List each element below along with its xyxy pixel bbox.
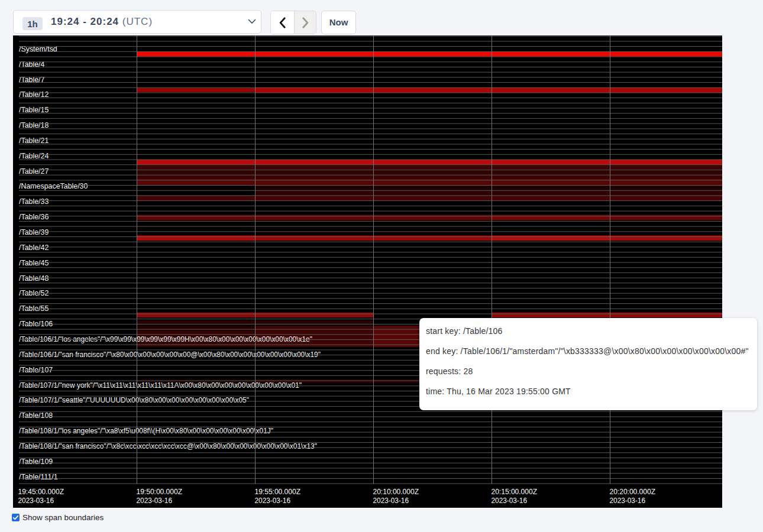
svg-text:/Table/109: /Table/109 (19, 458, 53, 466)
svg-text:/NamespaceTable/30: /NamespaceTable/30 (19, 182, 88, 190)
svg-text:/Table/107: /Table/107 (19, 366, 53, 374)
svg-text:/Table/108/1/"san francisco"/": /Table/108/1/"san francisco"/"\x8c\xcc\x… (19, 442, 317, 450)
svg-text:19:55:00.000Z: 19:55:00.000Z (255, 487, 301, 496)
svg-text:/Table/18: /Table/18 (19, 121, 49, 129)
svg-text:/Table/107/1/"seattle"/"UUUUUU: /Table/107/1/"seattle"/"UUUUUUD\x00\x80\… (19, 396, 249, 404)
svg-text:20:10:00.000Z: 20:10:00.000Z (373, 487, 419, 496)
svg-text:2023-03-16: 2023-03-16 (255, 496, 291, 505)
svg-text:20:20:00.000Z: 20:20:00.000Z (610, 487, 656, 496)
svg-text:/Table/45: /Table/45 (19, 259, 49, 267)
svg-text:/Table/108/1/"los angeles"/"\x: /Table/108/1/"los angeles"/"\xa8\xf5\u00… (19, 427, 273, 435)
svg-text:/Table/42: /Table/42 (19, 244, 49, 252)
svg-text:19:45:00.000Z: 19:45:00.000Z (18, 487, 64, 496)
svg-text:/Table/24: /Table/24 (19, 152, 49, 160)
svg-text:/Table/27: /Table/27 (19, 167, 49, 176)
svg-text:2023-03-16: 2023-03-16 (492, 496, 528, 505)
svg-text:/Table/111/1: /Table/111/1 (19, 473, 58, 481)
svg-text:2023-03-16: 2023-03-16 (18, 496, 54, 505)
svg-text:/Table/21: /Table/21 (19, 137, 49, 145)
svg-text:/Table/15: /Table/15 (19, 106, 49, 114)
svg-text:20:15:00.000Z: 20:15:00.000Z (492, 487, 538, 496)
svg-text:2023-03-16: 2023-03-16 (610, 496, 646, 505)
svg-text:19:50:00.000Z: 19:50:00.000Z (137, 487, 183, 496)
svg-text:/Table/36: /Table/36 (19, 213, 49, 221)
svg-text:/Table/33: /Table/33 (19, 197, 49, 206)
svg-text:/Table/39: /Table/39 (19, 228, 49, 236)
svg-text:/Table/106/1/"san francisco"/": /Table/106/1/"san francisco"/"\x80\x00\x… (19, 351, 321, 359)
svg-text:/Table/108: /Table/108 (19, 411, 53, 420)
svg-text:/Table/107/1/"new york"/"\x11\: /Table/107/1/"new york"/"\x11\x11\x11\x1… (19, 381, 302, 390)
svg-text:2023-03-16: 2023-03-16 (137, 496, 173, 505)
svg-text:2023-03-16: 2023-03-16 (373, 496, 409, 505)
